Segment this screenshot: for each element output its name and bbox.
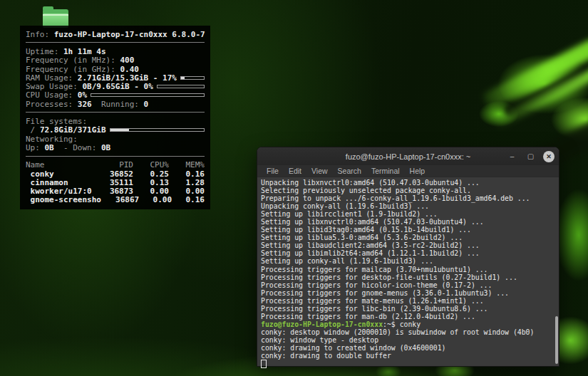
conky-row: RAM Usage: 2.71GiB/15.3GiB - 17% bbox=[26, 73, 205, 82]
prompt-path: :~$ bbox=[383, 320, 396, 328]
conky-row: Up: 0B - Down: 0B bbox=[26, 143, 205, 152]
cell: PID bbox=[92, 160, 133, 169]
cell: 0.16 bbox=[172, 195, 205, 204]
terminal-output[interactable]: Unpacking libxnvctrl0:amd64 (510.47.03-0… bbox=[257, 177, 559, 368]
conky-row: Swap Usage: 0B/9.65GiB - 0% bbox=[26, 82, 205, 90]
maximize-icon[interactable]: ▢ bbox=[525, 150, 537, 162]
conky-row: Networking: bbox=[26, 135, 205, 143]
conky-text: Processes: bbox=[26, 100, 78, 109]
conky-text: 0 bbox=[144, 100, 149, 109]
conky-separator bbox=[26, 156, 205, 157]
conky-separator bbox=[26, 112, 205, 113]
cell: 1.28 bbox=[169, 178, 205, 187]
conky-text: 0B/9.65GiB - 0% bbox=[82, 82, 153, 91]
conky-row: Processes: 326 Running: 0 bbox=[26, 100, 205, 108]
terminal-line: Selecting previously unselected package … bbox=[261, 187, 559, 194]
table-row: conky368520.250.16 bbox=[26, 169, 205, 178]
close-icon[interactable]: ✕ bbox=[543, 151, 555, 162]
conky-bar bbox=[110, 128, 205, 132]
conky-row: Uptime: 1h 11m 4s bbox=[26, 47, 205, 56]
terminal-line: conky: desktop window (2000010) is subwi… bbox=[261, 328, 559, 336]
cell: 0.00 bbox=[169, 187, 205, 196]
terminal-cursor-line bbox=[261, 360, 559, 367]
conky-text: fuzo-HP-Laptop-17-cn0xxx 6.8.0-7 bbox=[54, 30, 205, 39]
terminal-line: Setting up liblua5.3-0:amd64 (5.3.6-2bui… bbox=[261, 234, 559, 241]
terminal-line: conky: drawing to double buffer bbox=[261, 352, 559, 360]
cell: 0.00 bbox=[133, 187, 169, 196]
terminal-window: fuzo@fuzo-HP-Laptop-17-cn0xxx: ~ – ▢ ✕ F… bbox=[257, 147, 559, 367]
cell: cinnamon bbox=[26, 178, 92, 187]
conky-text: Frequency (in GHz): bbox=[26, 65, 120, 74]
terminal-line: conky: window type - desktop bbox=[261, 336, 559, 344]
conky-text: 1h 11m 4s bbox=[63, 47, 106, 56]
terminal-prompt-line: fuzo@fuzo-HP-Laptop-17-cn0xxx:~$ conky bbox=[261, 320, 559, 328]
conky-row: / 72.8GiB/371GiB bbox=[26, 126, 205, 135]
conky-row: File systems: bbox=[26, 117, 205, 125]
cell: 0.16 bbox=[169, 169, 205, 179]
conky-text: Uptime: bbox=[26, 47, 63, 56]
terminal-line: Setting up libircclient1 (1.9-1build2) .… bbox=[261, 210, 559, 218]
conky-bar bbox=[157, 85, 205, 88]
conky-text: Up: bbox=[26, 143, 45, 152]
cell: 36867 bbox=[101, 195, 139, 204]
conky-text: 72.8GiB/371GiB bbox=[40, 125, 106, 135]
terminal-line: Processing triggers for gnome-menus (3.3… bbox=[261, 289, 559, 297]
conky-bar-fill bbox=[181, 77, 185, 79]
terminal-line: Setting up libimlib2t64:amd64 (1.12.1-1.… bbox=[261, 249, 559, 257]
conky-bar bbox=[180, 76, 205, 80]
conky-bar bbox=[91, 93, 205, 97]
menu-item-help[interactable]: Help bbox=[406, 167, 430, 175]
conky-text: Running: bbox=[92, 100, 144, 109]
menu-item-terminal[interactable]: Terminal bbox=[367, 167, 404, 175]
conky-bar-fill bbox=[110, 129, 129, 131]
conky-text: File systems: bbox=[26, 117, 87, 126]
cell: kworker/u17:0 bbox=[26, 187, 92, 196]
cell: 0.00 bbox=[139, 195, 172, 204]
conky-text: 0B bbox=[45, 143, 54, 152]
menu-item-edit[interactable]: Edit bbox=[284, 167, 306, 175]
menu-item-file[interactable]: File bbox=[262, 167, 283, 175]
terminal-line: Processing triggers for mailcap (3.70+nm… bbox=[261, 266, 559, 273]
cell: 36873 bbox=[92, 187, 133, 196]
menu-item-search[interactable]: Search bbox=[334, 167, 366, 175]
cell: 36852 bbox=[92, 169, 133, 179]
conky-row: Frequency (in GHz): 0.40 bbox=[26, 65, 205, 73]
conky-row: Frequency (in MHz): 400 bbox=[26, 56, 205, 65]
terminal-line: Processing triggers for man-db (2.12.0-4… bbox=[261, 313, 559, 320]
terminal-line: Unpacking libxnvctrl0:amd64 (510.47.03-0… bbox=[261, 179, 559, 187]
terminal-line: conky: drawing to created window (0x4600… bbox=[261, 344, 559, 352]
terminal-line: Unpacking conky-all (1.19.6-1build3) ... bbox=[261, 202, 559, 210]
scrollbar-thumb[interactable] bbox=[555, 316, 558, 364]
terminal-line: Processing triggers for libc-bin (2.39-0… bbox=[261, 305, 559, 313]
conky-text: - Down: bbox=[54, 143, 101, 152]
conky-system-monitor: Info: fuzo-HP-Laptop-17-cn0xxx 6.8.0-7Up… bbox=[20, 26, 210, 209]
terminal-cursor bbox=[261, 360, 267, 368]
cell: CPU% bbox=[133, 160, 169, 169]
conky-row: Info: fuzo-HP-Laptop-17-cn0xxx 6.8.0-7 bbox=[26, 30, 205, 38]
cell: 35111 bbox=[92, 178, 133, 187]
conky-text: / bbox=[26, 125, 40, 135]
menu-item-view[interactable]: View bbox=[307, 167, 332, 175]
conky-text: 400 bbox=[120, 56, 134, 65]
terminal-menubar: FileEditViewSearchTerminalHelp bbox=[257, 165, 559, 177]
conky-text: Swap Usage: bbox=[26, 82, 82, 91]
conky-separator bbox=[26, 42, 205, 43]
conky-text: Frequency (in MHz): bbox=[26, 56, 120, 65]
conky-text: 0B bbox=[101, 143, 110, 152]
terminal-titlebar[interactable]: fuzo@fuzo-HP-Laptop-17-cn0xxx: ~ – ▢ ✕ bbox=[257, 147, 559, 165]
terminal-line: Processing triggers for desktop-file-uti… bbox=[261, 273, 559, 281]
conky-text: 0.40 bbox=[120, 65, 139, 74]
cell: 0.13 bbox=[133, 178, 169, 187]
minimize-icon[interactable]: – bbox=[506, 150, 518, 162]
terminal-line: Setting up conky-all (1.19.6-1build3) ..… bbox=[261, 257, 559, 265]
cell: gnome-screensho bbox=[26, 195, 101, 204]
cell: 0.25 bbox=[133, 169, 169, 179]
terminal-line: Setting up libxnvctrl0:amd64 (510.47.03-… bbox=[261, 218, 559, 226]
prompt-user-host: fuzo@fuzo-HP-Laptop-17-cn0xxx bbox=[261, 320, 383, 328]
conky-text: 2.71GiB/15.3GiB - 17% bbox=[78, 73, 177, 83]
conky-text: Networking: bbox=[26, 135, 78, 144]
terminal-line: Setting up libid3tag0:amd64 (0.15.1b-14b… bbox=[261, 226, 559, 234]
table-row: gnome-screensho368670.000.16 bbox=[26, 196, 205, 204]
conky-text: 0% bbox=[78, 90, 87, 100]
table-row: kworker/u17:0368730.000.00 bbox=[26, 187, 205, 195]
